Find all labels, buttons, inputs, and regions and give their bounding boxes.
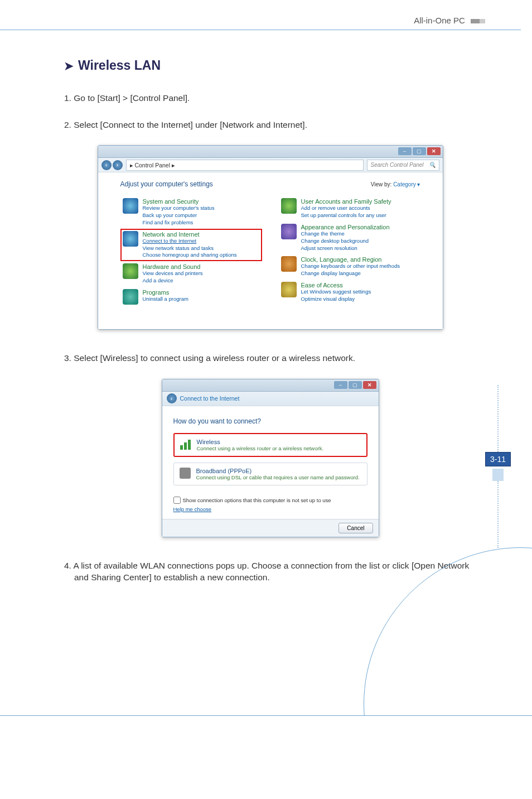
search-placeholder: Search Control Panel (371, 162, 424, 168)
cp-heading: Adjust your computer's settings (120, 180, 213, 188)
clock-icon (281, 256, 297, 272)
show-options-checkbox-input[interactable] (173, 497, 181, 504)
address-bar: ‹ › ▸ Control Panel ▸ Search Control Pan… (98, 158, 443, 172)
corner-curve (298, 543, 532, 716)
nav-back-button[interactable]: ‹ (101, 160, 112, 170)
printer-icon (123, 263, 138, 279)
wizard-titlebar[interactable]: – ▢ ✕ (162, 379, 379, 392)
category-clock-language[interactable]: Clock, Language, and Region Change keybo… (279, 254, 420, 280)
page-content: ➤Wireless LAN 1. Go to [Start] > [Contro… (0, 30, 532, 620)
wizard-breadcrumb-text: Connect to the Internet (180, 395, 240, 402)
breadcrumb[interactable]: ▸ Control Panel ▸ (126, 160, 364, 171)
side-page-tab: 3-11 (485, 385, 511, 548)
step-2: 2. Select [Connect to the Internet] unde… (64, 119, 476, 131)
category-network-internet[interactable]: Network and Internet Connect to the Inte… (120, 229, 262, 261)
wizard-minimize-button[interactable]: – (334, 381, 347, 389)
page-header: All-in-One PC (0, 0, 532, 30)
wizard-question: How do you want to connect? (173, 417, 367, 425)
dotted-line-top (497, 385, 499, 452)
category-ease-of-access[interactable]: Ease of Access Let Windows suggest setti… (279, 280, 420, 305)
view-by-dropdown[interactable]: Category ▾ (393, 181, 420, 187)
modem-icon (180, 468, 191, 479)
category-system-security[interactable]: System and Security Review your computer… (120, 196, 262, 228)
view-by: View by: Category ▾ (371, 181, 420, 187)
section-arrow-icon: ➤ (64, 60, 74, 72)
programs-icon (123, 289, 138, 305)
dotted-line-bottom (497, 481, 499, 548)
wizard-close-button[interactable]: ✕ (363, 381, 376, 389)
help-me-choose-link[interactable]: Help me choose (173, 506, 367, 512)
globe-icon (123, 231, 138, 247)
window-close-button[interactable]: ✕ (427, 147, 441, 155)
option-broadband[interactable]: Broadband (PPPoE) Connect using DSL or c… (173, 463, 367, 485)
appearance-icon (281, 224, 297, 239)
nav-forward-button[interactable]: › (113, 160, 123, 170)
header-accent-bar (471, 19, 485, 23)
option-wireless[interactable]: Wireless Connect using a wireless router… (173, 433, 367, 457)
wizard-breadcrumb: ‹ Connect to the Internet (162, 392, 379, 406)
page-number-badge: 3-11 (485, 452, 511, 466)
step-3: 3. Select [Wireless] to connect using a … (64, 352, 476, 364)
section-title: ➤Wireless LAN (64, 58, 476, 73)
category-user-accounts[interactable]: User Accounts and Family Safety Add or r… (279, 196, 420, 222)
category-appearance[interactable]: Appearance and Personalization Change th… (279, 222, 420, 254)
window-minimize-button[interactable]: – (398, 147, 412, 155)
search-input[interactable]: Search Control Panel 🔍 (367, 160, 439, 171)
category-hardware-sound[interactable]: Hardware and Sound View devices and prin… (120, 261, 262, 287)
wireless-signal-icon (180, 439, 191, 450)
connect-wizard-window: – ▢ ✕ ‹ Connect to the Internet How do y… (162, 379, 379, 537)
window-maximize-button[interactable]: ▢ (413, 147, 426, 155)
control-panel-window: – ▢ ✕ ‹ › ▸ Control Panel ▸ Search Contr… (98, 145, 443, 330)
wizard-back-button[interactable]: ‹ (167, 393, 177, 403)
step-1: 1. Go to [Start] > [Control Panel]. (64, 92, 476, 104)
shield-icon (123, 198, 138, 214)
window-titlebar[interactable]: – ▢ ✕ (98, 146, 443, 158)
show-options-checkbox[interactable]: Show connection options that this comput… (173, 497, 367, 504)
category-programs[interactable]: Programs Uninstall a program (120, 287, 262, 307)
users-icon (281, 198, 297, 214)
search-icon: 🔍 (429, 162, 436, 168)
page-spacer (492, 469, 504, 481)
product-label: All-in-One PC (414, 16, 465, 25)
wizard-maximize-button[interactable]: ▢ (349, 381, 362, 389)
cancel-button[interactable]: Cancel (338, 523, 373, 533)
ease-icon (281, 282, 297, 297)
